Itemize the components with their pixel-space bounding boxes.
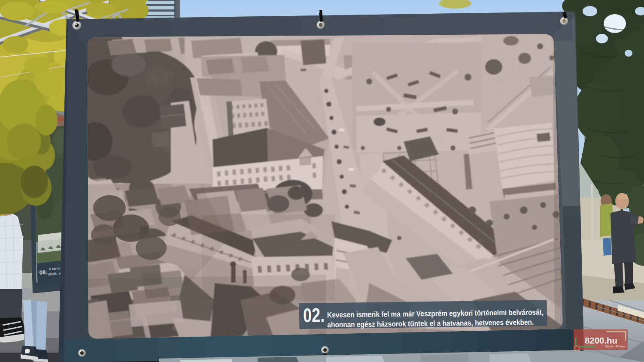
svg-text:Rólunk · Röviden: Rólunk · Röviden xyxy=(605,345,626,348)
svg-text:8200.hu: 8200.hu xyxy=(585,336,617,345)
svg-text:02.: 02. xyxy=(303,304,325,326)
